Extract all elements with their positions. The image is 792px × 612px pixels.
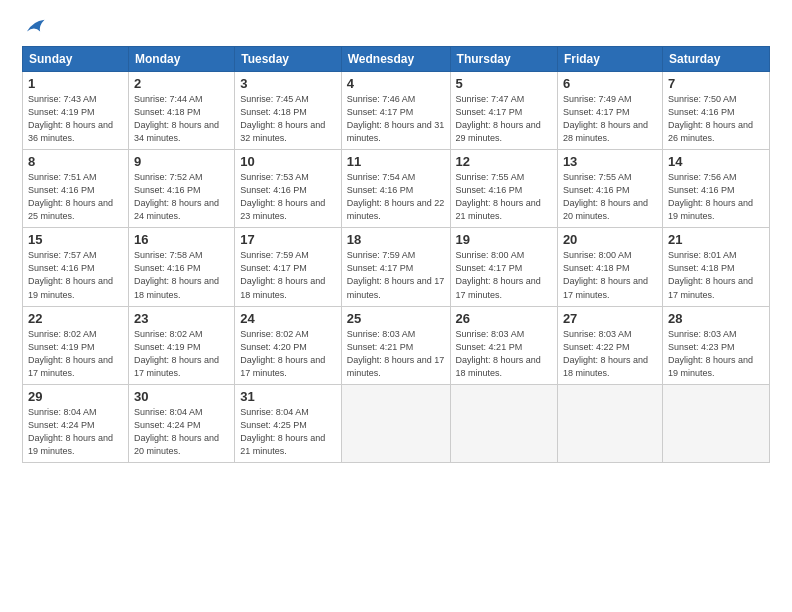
day-number: 4	[347, 76, 445, 91]
calendar-cell: 22Sunrise: 8:02 AMSunset: 4:19 PMDayligh…	[23, 306, 129, 384]
day-info: Sunrise: 8:00 AMSunset: 4:17 PMDaylight:…	[456, 249, 552, 301]
day-number: 18	[347, 232, 445, 247]
day-number: 29	[28, 389, 123, 404]
header	[22, 18, 770, 36]
calendar-cell: 15Sunrise: 7:57 AMSunset: 4:16 PMDayligh…	[23, 228, 129, 306]
day-info: Sunrise: 8:04 AMSunset: 4:25 PMDaylight:…	[240, 406, 336, 458]
calendar-header: SundayMondayTuesdayWednesdayThursdayFrid…	[23, 47, 770, 72]
day-info: Sunrise: 7:59 AMSunset: 4:17 PMDaylight:…	[347, 249, 445, 301]
day-number: 20	[563, 232, 657, 247]
day-number: 16	[134, 232, 229, 247]
calendar-cell	[341, 384, 450, 462]
calendar-table: SundayMondayTuesdayWednesdayThursdayFrid…	[22, 46, 770, 463]
day-info: Sunrise: 8:00 AMSunset: 4:18 PMDaylight:…	[563, 249, 657, 301]
calendar-body: 1Sunrise: 7:43 AMSunset: 4:19 PMDaylight…	[23, 72, 770, 463]
day-info: Sunrise: 7:50 AMSunset: 4:16 PMDaylight:…	[668, 93, 764, 145]
page: SundayMondayTuesdayWednesdayThursdayFrid…	[0, 0, 792, 475]
day-number: 24	[240, 311, 336, 326]
calendar-cell: 26Sunrise: 8:03 AMSunset: 4:21 PMDayligh…	[450, 306, 557, 384]
day-info: Sunrise: 8:03 AMSunset: 4:21 PMDaylight:…	[347, 328, 445, 380]
day-info: Sunrise: 7:55 AMSunset: 4:16 PMDaylight:…	[456, 171, 552, 223]
calendar-week-3: 15Sunrise: 7:57 AMSunset: 4:16 PMDayligh…	[23, 228, 770, 306]
calendar-cell: 30Sunrise: 8:04 AMSunset: 4:24 PMDayligh…	[128, 384, 234, 462]
calendar-week-5: 29Sunrise: 8:04 AMSunset: 4:24 PMDayligh…	[23, 384, 770, 462]
day-number: 5	[456, 76, 552, 91]
calendar-cell: 27Sunrise: 8:03 AMSunset: 4:22 PMDayligh…	[557, 306, 662, 384]
calendar-cell: 5Sunrise: 7:47 AMSunset: 4:17 PMDaylight…	[450, 72, 557, 150]
day-number: 13	[563, 154, 657, 169]
day-info: Sunrise: 7:47 AMSunset: 4:17 PMDaylight:…	[456, 93, 552, 145]
day-info: Sunrise: 7:58 AMSunset: 4:16 PMDaylight:…	[134, 249, 229, 301]
weekday-header-saturday: Saturday	[662, 47, 769, 72]
calendar-cell	[450, 384, 557, 462]
calendar-cell: 14Sunrise: 7:56 AMSunset: 4:16 PMDayligh…	[662, 150, 769, 228]
calendar-cell: 11Sunrise: 7:54 AMSunset: 4:16 PMDayligh…	[341, 150, 450, 228]
calendar-cell: 3Sunrise: 7:45 AMSunset: 4:18 PMDaylight…	[235, 72, 342, 150]
calendar-cell: 8Sunrise: 7:51 AMSunset: 4:16 PMDaylight…	[23, 150, 129, 228]
day-info: Sunrise: 8:01 AMSunset: 4:18 PMDaylight:…	[668, 249, 764, 301]
day-number: 27	[563, 311, 657, 326]
day-info: Sunrise: 7:52 AMSunset: 4:16 PMDaylight:…	[134, 171, 229, 223]
day-number: 8	[28, 154, 123, 169]
calendar-cell	[662, 384, 769, 462]
day-info: Sunrise: 7:53 AMSunset: 4:16 PMDaylight:…	[240, 171, 336, 223]
calendar-cell: 2Sunrise: 7:44 AMSunset: 4:18 PMDaylight…	[128, 72, 234, 150]
calendar-cell: 4Sunrise: 7:46 AMSunset: 4:17 PMDaylight…	[341, 72, 450, 150]
day-info: Sunrise: 7:49 AMSunset: 4:17 PMDaylight:…	[563, 93, 657, 145]
day-number: 31	[240, 389, 336, 404]
weekday-header-wednesday: Wednesday	[341, 47, 450, 72]
day-info: Sunrise: 7:56 AMSunset: 4:16 PMDaylight:…	[668, 171, 764, 223]
day-number: 30	[134, 389, 229, 404]
weekday-header-monday: Monday	[128, 47, 234, 72]
day-number: 14	[668, 154, 764, 169]
day-number: 7	[668, 76, 764, 91]
day-number: 25	[347, 311, 445, 326]
calendar-cell: 7Sunrise: 7:50 AMSunset: 4:16 PMDaylight…	[662, 72, 769, 150]
day-info: Sunrise: 7:43 AMSunset: 4:19 PMDaylight:…	[28, 93, 123, 145]
calendar-cell: 6Sunrise: 7:49 AMSunset: 4:17 PMDaylight…	[557, 72, 662, 150]
logo-bird-icon	[24, 18, 46, 36]
day-info: Sunrise: 8:02 AMSunset: 4:19 PMDaylight:…	[134, 328, 229, 380]
day-info: Sunrise: 7:44 AMSunset: 4:18 PMDaylight:…	[134, 93, 229, 145]
logo	[22, 18, 46, 36]
calendar-week-4: 22Sunrise: 8:02 AMSunset: 4:19 PMDayligh…	[23, 306, 770, 384]
weekday-row: SundayMondayTuesdayWednesdayThursdayFrid…	[23, 47, 770, 72]
day-number: 23	[134, 311, 229, 326]
calendar-cell: 13Sunrise: 7:55 AMSunset: 4:16 PMDayligh…	[557, 150, 662, 228]
day-number: 21	[668, 232, 764, 247]
day-number: 26	[456, 311, 552, 326]
calendar-cell: 31Sunrise: 8:04 AMSunset: 4:25 PMDayligh…	[235, 384, 342, 462]
calendar-cell: 24Sunrise: 8:02 AMSunset: 4:20 PMDayligh…	[235, 306, 342, 384]
calendar-week-2: 8Sunrise: 7:51 AMSunset: 4:16 PMDaylight…	[23, 150, 770, 228]
calendar-cell: 1Sunrise: 7:43 AMSunset: 4:19 PMDaylight…	[23, 72, 129, 150]
day-number: 28	[668, 311, 764, 326]
weekday-header-thursday: Thursday	[450, 47, 557, 72]
day-info: Sunrise: 8:02 AMSunset: 4:19 PMDaylight:…	[28, 328, 123, 380]
calendar-cell: 9Sunrise: 7:52 AMSunset: 4:16 PMDaylight…	[128, 150, 234, 228]
day-number: 19	[456, 232, 552, 247]
day-info: Sunrise: 7:55 AMSunset: 4:16 PMDaylight:…	[563, 171, 657, 223]
day-number: 22	[28, 311, 123, 326]
calendar-week-1: 1Sunrise: 7:43 AMSunset: 4:19 PMDaylight…	[23, 72, 770, 150]
day-info: Sunrise: 7:59 AMSunset: 4:17 PMDaylight:…	[240, 249, 336, 301]
calendar-cell: 25Sunrise: 8:03 AMSunset: 4:21 PMDayligh…	[341, 306, 450, 384]
day-info: Sunrise: 8:03 AMSunset: 4:22 PMDaylight:…	[563, 328, 657, 380]
day-number: 3	[240, 76, 336, 91]
calendar-cell: 17Sunrise: 7:59 AMSunset: 4:17 PMDayligh…	[235, 228, 342, 306]
weekday-header-friday: Friday	[557, 47, 662, 72]
day-number: 15	[28, 232, 123, 247]
day-number: 9	[134, 154, 229, 169]
day-info: Sunrise: 8:03 AMSunset: 4:23 PMDaylight:…	[668, 328, 764, 380]
calendar-cell: 12Sunrise: 7:55 AMSunset: 4:16 PMDayligh…	[450, 150, 557, 228]
day-info: Sunrise: 7:51 AMSunset: 4:16 PMDaylight:…	[28, 171, 123, 223]
weekday-header-sunday: Sunday	[23, 47, 129, 72]
calendar-cell: 19Sunrise: 8:00 AMSunset: 4:17 PMDayligh…	[450, 228, 557, 306]
day-info: Sunrise: 8:04 AMSunset: 4:24 PMDaylight:…	[28, 406, 123, 458]
calendar-cell: 18Sunrise: 7:59 AMSunset: 4:17 PMDayligh…	[341, 228, 450, 306]
weekday-header-tuesday: Tuesday	[235, 47, 342, 72]
day-info: Sunrise: 7:46 AMSunset: 4:17 PMDaylight:…	[347, 93, 445, 145]
day-number: 12	[456, 154, 552, 169]
calendar-cell: 10Sunrise: 7:53 AMSunset: 4:16 PMDayligh…	[235, 150, 342, 228]
calendar-cell: 23Sunrise: 8:02 AMSunset: 4:19 PMDayligh…	[128, 306, 234, 384]
day-info: Sunrise: 8:04 AMSunset: 4:24 PMDaylight:…	[134, 406, 229, 458]
